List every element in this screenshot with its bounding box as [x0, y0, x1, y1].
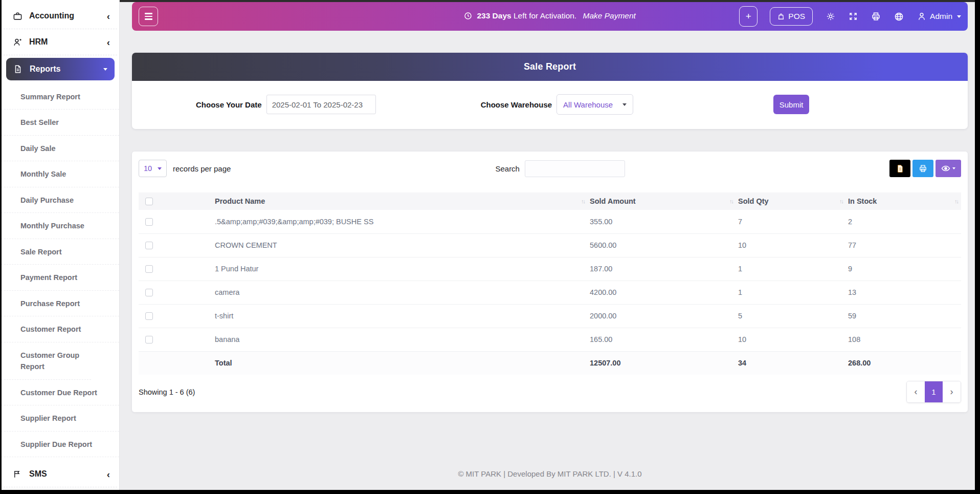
- product-name-cell: CROWN CEMENT: [213, 233, 588, 257]
- activation-days: 233 Days: [477, 11, 511, 20]
- sidebar-item-accounting[interactable]: Accounting ‹: [2, 3, 119, 29]
- column-header[interactable]: In Stock: [848, 197, 877, 205]
- report-table-card: 10 records per page Search: [132, 152, 968, 412]
- product-name-cell: 1 Pund Hatur: [213, 257, 588, 281]
- row-checkbox[interactable]: [145, 289, 153, 296]
- pagination: ‹ 1 ›: [906, 381, 961, 403]
- pos-button[interactable]: POS: [770, 7, 813, 26]
- search-input[interactable]: [525, 160, 625, 177]
- export-file-button[interactable]: [889, 160, 910, 177]
- footer: © MIT PARK | Developed By MIT PARK LTD. …: [132, 469, 968, 478]
- sidebar-item-customer-group-report[interactable]: Customer Group Report: [2, 342, 91, 380]
- printer-icon: [919, 164, 927, 173]
- table-total-row: Total 12507.00 34 268.00: [139, 351, 961, 375]
- sort-icon[interactable]: ↑↓: [581, 198, 585, 204]
- eye-icon: [941, 164, 950, 173]
- sidebar-item-customer-due-report[interactable]: Customer Due Report: [2, 380, 119, 405]
- sidebar-item-supplier-report[interactable]: Supplier Report: [2, 405, 119, 431]
- page-1-button[interactable]: 1: [925, 381, 943, 402]
- file-export-icon: [896, 164, 904, 173]
- product-name-cell: camera: [213, 281, 588, 304]
- date-label: Choose Your Date: [196, 100, 262, 109]
- sort-icon[interactable]: ↑↓: [839, 198, 843, 204]
- sort-icon[interactable]: ↑↓: [729, 198, 733, 204]
- select-all-checkbox[interactable]: [145, 198, 153, 205]
- admin-menu[interactable]: Admin: [917, 12, 961, 21]
- table-row: .5&amp;amp;#039;&amp;amp;#039; BUSHE SS …: [139, 210, 961, 233]
- sold-qty-cell: 5: [736, 304, 846, 328]
- printer-button[interactable]: [871, 12, 881, 22]
- caret-down-icon: [158, 167, 162, 170]
- column-header[interactable]: Sold Amount: [590, 197, 636, 205]
- column-header[interactable]: Sold Qty: [738, 197, 769, 205]
- sidebar-item-supplier-due-report[interactable]: Supplier Due Report: [2, 432, 119, 457]
- sale-report-card: Sale Report Choose Your Date 2025-02-01 …: [132, 53, 968, 129]
- total-amount: 12507.00: [588, 351, 736, 375]
- table-row: banana 165.00 10 108: [139, 328, 961, 351]
- warehouse-select[interactable]: All Warehouse: [556, 94, 633, 115]
- sidebar-item-purchase-report[interactable]: Purchase Report: [2, 291, 119, 316]
- sidebar-item-sale-report[interactable]: Sale Report: [2, 239, 119, 265]
- row-checkbox[interactable]: [145, 312, 153, 320]
- table-row: CROWN CEMENT 5600.00 10 77: [139, 233, 961, 257]
- page-size-value: 10: [144, 164, 152, 173]
- sidebar-item-customer-report[interactable]: Customer Report: [2, 316, 119, 342]
- total-stock: 268.00: [846, 351, 961, 375]
- sold-amount-cell: 187.00: [588, 257, 736, 281]
- row-checkbox[interactable]: [145, 336, 153, 343]
- sold-qty-cell: 7: [736, 210, 846, 233]
- sidebar-item-daily-sale[interactable]: Daily Sale: [2, 136, 119, 161]
- sold-qty-cell: 1: [736, 281, 846, 304]
- row-checkbox[interactable]: [145, 265, 153, 273]
- submit-button[interactable]: Submit: [773, 95, 809, 114]
- search-label: Search: [495, 164, 520, 173]
- sidebar-item-sms[interactable]: SMS ‹: [2, 461, 119, 487]
- date-range-input[interactable]: 2025-02-01 To 2025-02-23: [266, 95, 376, 114]
- sidebar-item-hrm[interactable]: HRM ‹: [2, 29, 119, 55]
- sidebar-item-monthly-sale[interactable]: Monthly Sale: [2, 161, 119, 187]
- sale-report-table: Product Name↑↓ Sold Amount↑↓ Sold Qty↑↓ …: [139, 192, 961, 375]
- language-button[interactable]: [894, 12, 904, 22]
- menu-toggle-button[interactable]: [139, 7, 158, 26]
- print-button[interactable]: [912, 160, 933, 177]
- topbar-actions: + POS: [739, 6, 961, 27]
- add-button[interactable]: +: [739, 6, 758, 27]
- column-visibility-button[interactable]: [936, 160, 961, 177]
- sidebar-item-reports[interactable]: Reports: [6, 58, 115, 80]
- sidebar-item-best-seller[interactable]: Best Seller: [2, 110, 119, 135]
- sidebar-item-monthly-purchase[interactable]: Monthly Purchase: [2, 213, 119, 239]
- in-stock-cell: 2: [846, 210, 961, 233]
- sidebar-item-settings[interactable]: Settings ‹: [2, 487, 119, 490]
- theme-toggle-button[interactable]: [826, 12, 835, 21]
- row-checkbox[interactable]: [145, 218, 153, 226]
- sold-amount-cell: 5600.00: [588, 233, 736, 257]
- product-name-cell: banana: [213, 328, 588, 351]
- sidebar-item-payment-report[interactable]: Payment Report: [2, 265, 119, 290]
- column-header[interactable]: Product Name: [215, 197, 265, 205]
- pos-label: POS: [788, 12, 805, 21]
- total-qty: 34: [736, 351, 846, 375]
- chevron-down-icon: [957, 15, 961, 18]
- fullscreen-button[interactable]: [849, 12, 858, 21]
- product-name-cell: .5&amp;amp;#039;&amp;amp;#039; BUSHE SS: [213, 210, 588, 233]
- user-icon: [917, 12, 926, 21]
- in-stock-cell: 9: [846, 257, 961, 281]
- table-controls: 10 records per page Search: [139, 160, 961, 177]
- warehouse-value: All Warehouse: [563, 100, 613, 109]
- sidebar-item-daily-purchase[interactable]: Daily Purchase: [2, 187, 119, 213]
- next-page-button[interactable]: ›: [943, 381, 961, 402]
- export-buttons: [889, 160, 961, 177]
- page-title: Sale Report: [524, 61, 576, 72]
- chevron-left-icon: ‹: [107, 11, 110, 21]
- date-range-value: 2025-02-01 To 2025-02-23: [272, 100, 363, 109]
- table-footer: Showing 1 - 6 (6) ‹ 1 ›: [139, 381, 961, 404]
- globe-icon: [894, 12, 904, 22]
- row-checkbox[interactable]: [145, 242, 153, 249]
- copyright-text: © MIT PARK | Developed By MIT PARK LTD. …: [458, 469, 641, 478]
- sold-amount-cell: 165.00: [588, 328, 736, 351]
- make-payment-link[interactable]: Make Payment: [583, 11, 636, 20]
- page-size-select[interactable]: 10: [139, 160, 167, 177]
- sort-icon[interactable]: ↑↓: [954, 198, 958, 204]
- sidebar-item-summary-report[interactable]: Summary Report: [2, 84, 119, 110]
- prev-page-button[interactable]: ‹: [907, 381, 925, 402]
